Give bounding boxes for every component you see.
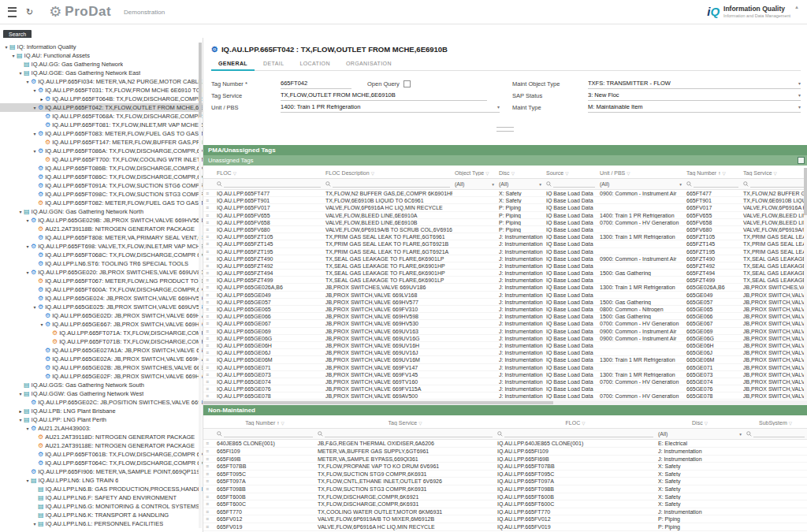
- filter-icon[interactable]: ▽: [418, 421, 422, 426]
- tree-item[interactable]: ⚙IQ.AU.LPP.665FT091A: TX,FLOW,SUCTION ST…: [0, 181, 203, 190]
- filter-tag-number-input[interactable]: [214, 430, 315, 437]
- table-row[interactable]: ≡ IQ.AU.LPP.665GE078 JB,PROX SWITCH,VALV…: [203, 392, 807, 400]
- drag-handle-icon[interactable]: ≡: [206, 263, 209, 269]
- tree-scrollbar-thumb[interactable]: [199, 43, 202, 117]
- drag-handle-icon[interactable]: ≡: [206, 372, 209, 378]
- tree-item[interactable]: ▾▤IQ.AU.LPP.LN6.L: PERSONNEL FACILITIES: [0, 519, 203, 528]
- filter-icon[interactable]: ▽: [627, 171, 630, 176]
- tree-item[interactable]: ⚙IQ.AU.LPP.LN6.ST6: TOOLING TR6 SPECIAL …: [0, 259, 203, 268]
- tree-item[interactable]: ▤IQ.AU.LPP.LN6.F: SAFETY AND ENVIRONMENT: [0, 493, 203, 502]
- collapse-arrow-icon[interactable]: ▾: [32, 521, 38, 526]
- filter-icon[interactable]: ▽: [705, 421, 708, 426]
- tree-item[interactable]: ▾⚙IQ.AU.LPP.665GE667: JB,PROX SWITCH,VAL…: [0, 320, 203, 329]
- drag-handle-icon[interactable]: ≡: [206, 494, 209, 500]
- column-header-source[interactable]: Source▽: [544, 170, 597, 176]
- filter-floc-input[interactable]: [214, 180, 323, 188]
- tree-item[interactable]: ▤IQ.AU.LPP.LN6.G: MONITORING & CONTROL S…: [0, 502, 203, 511]
- tree-item[interactable]: ▤IQ.AU.GG: Gas Gathering Network: [0, 60, 203, 69]
- drag-handle-icon[interactable]: ≡: [206, 234, 209, 240]
- collapse-arrow-icon[interactable]: ▾: [24, 270, 31, 275]
- tree-item[interactable]: ▸▤IQ.AU.LPB: LNG Plant Brisbane: [0, 407, 203, 415]
- drag-handle-icon[interactable]: ≡: [206, 307, 209, 312]
- collapse-arrow-icon[interactable]: ▾: [32, 148, 38, 154]
- vertical-scrollbar[interactable]: [804, 168, 807, 399]
- drag-handle-icon[interactable]: ≡: [206, 478, 209, 484]
- drag-handle-icon[interactable]: ≡: [206, 350, 209, 355]
- table-row[interactable]: ≡ IQ.AU.LPP.665GE071 JB,PROX SWITCH,VALV…: [203, 364, 807, 371]
- tree-item[interactable]: ⚙IQ.AU.LPP.665FT086C: TX,FLOW,DISCHARGE,…: [0, 173, 203, 181]
- tag-service-input[interactable]: TX,FLOW,OUTLET FROM MCHE,6E6910B: [281, 91, 487, 101]
- table-row[interactable]: ≡ IQ.AU.LPP.665GE076 JB,PROX SWITCH,VALV…: [203, 385, 807, 392]
- tree-item[interactable]: ⚙IQ.AU.LPP.665FT068C: TX,FLOW,DISCHARGE,…: [0, 251, 203, 259]
- tab-location[interactable]: LOCATION: [292, 58, 337, 70]
- tree-item[interactable]: ⚙AU21.2AT39118D: NITROGEN GENERATOR PACK…: [0, 433, 203, 441]
- column-header-floc-description[interactable]: FLOC Description▽: [323, 170, 452, 176]
- drag-handle-icon[interactable]: ≡: [206, 471, 209, 477]
- filter-subsystem-input[interactable]: [744, 430, 807, 437]
- tree-item[interactable]: ▸⚙IQ.AU.LPP.665FT064B: TX,FLOW,DISCHARGE…: [0, 95, 203, 103]
- table-row[interactable]: ≡ 640JE865 CLONE(001) JB,F&G,REGEN THERM…: [203, 440, 807, 448]
- horizontal-scrollbar-thumb[interactable]: [203, 401, 553, 404]
- drag-handle-icon[interactable]: ≡: [206, 314, 209, 319]
- collapse-arrow-icon[interactable]: ▾: [24, 79, 31, 84]
- filter-icon[interactable]: ▽: [281, 421, 284, 426]
- table-row[interactable]: ≡ IQ.AU.LPP.665FZT499 TX,SEAL GAS LEAKAG…: [203, 277, 807, 284]
- table-row[interactable]: ≡ IQ.AU.LPP.665GE057 JB,PROX SWITCH,VALV…: [203, 299, 807, 306]
- table-row[interactable]: ≡ 665FT095C TX,FLOW,SUCTION STG9 COMPR,6…: [203, 471, 807, 478]
- drag-handle-icon[interactable]: ≡: [206, 365, 209, 370]
- drag-handle-icon[interactable]: ≡: [206, 292, 209, 298]
- tree-item[interactable]: ▾⚙IQ.AU.LPP.665FT086A: TX,FLOW,DISCHARGE…: [0, 147, 203, 155]
- horizontal-scrollbar[interactable]: [203, 400, 807, 405]
- tree-item[interactable]: ▾⚙AU21.2LAH439003:: [0, 424, 203, 433]
- drag-handle-icon[interactable]: ≡: [206, 357, 209, 363]
- drag-handle-icon[interactable]: ≡: [206, 393, 209, 399]
- table-row[interactable]: ≡ IQ.AU.LPP.665GE06G JB,PROX SWITCH,VALV…: [203, 335, 807, 342]
- table-row[interactable]: ≡ IQ.AU.LPP.665GE026A,B6 JB,PROX SWITCHE…: [203, 284, 807, 291]
- tree-item[interactable]: ⚙IQ.AU.LPP.665FT081: TX,FLOW,INLET,MR VA…: [0, 121, 203, 129]
- collapse-arrow-icon[interactable]: ▾: [17, 70, 24, 76]
- tree-item[interactable]: ▾⚙IQ.AU.LPP.665GE029B: JB,PROX SWITCH,VA…: [0, 216, 203, 225]
- collapse-arrow-icon[interactable]: ▾: [32, 131, 38, 136]
- table-row[interactable]: ≡ IQ.AU.LPP.665GE066 JB,PROX SWITCH,VALV…: [203, 313, 807, 320]
- splitter-grip-icon[interactable]: [496, 127, 514, 132]
- drag-handle-icon[interactable]: ≡: [206, 501, 209, 507]
- column-header-tag-service[interactable]: Tag Service▽: [741, 170, 807, 176]
- drag-handle-icon[interactable]: ≡: [206, 321, 209, 326]
- tree-item[interactable]: ▾⚙IQ.AU.LPP.665FT083: METER,FLOW,FUEL GA…: [0, 129, 203, 138]
- unit-pbs-select[interactable]: 1400: Train 1 PR Refrigeration▾: [281, 102, 500, 113]
- table-row[interactable]: ≡ IQ.AU.LPP.665FV655 VALVE,FLOW,BLEED LI…: [203, 212, 807, 219]
- drag-handle-icon[interactable]: ≡: [206, 448, 209, 454]
- table-row[interactable]: ≡ 665FT07BB TX,FLOW,PROPANE VAP TO KO DR…: [203, 463, 807, 471]
- tree-item[interactable]: ▾⚙IQ.AU.LPP.665FI034: METER,VA,N2 PURGE,…: [0, 77, 203, 86]
- collapse-arrow-icon[interactable]: ▾: [39, 322, 45, 327]
- drag-handle-icon[interactable]: ≡: [206, 241, 209, 247]
- filter-disc-select[interactable]: (All)▾: [496, 181, 544, 187]
- table-row[interactable]: ≡ IQ.AU.LPP.665GE069 JB,PROX SWITCH,VALV…: [203, 328, 807, 335]
- table-row[interactable]: ≡ IQ.AU.LPP.665FV680 VALVE,FLOW,6P6919A/…: [203, 226, 807, 233]
- drag-handle-icon[interactable]: ≡: [206, 205, 209, 210]
- tree-item[interactable]: ▾▤IQ: Information Quality: [0, 43, 203, 51]
- tree-item[interactable]: ⚙IQ.AU.LPP.665GE02D: JB,PROX SWITCH,VALV…: [0, 311, 203, 320]
- filter-floc-description-input[interactable]: [323, 180, 452, 188]
- tree-item[interactable]: ⚙AU21.2AT39118E: NITROGEN GENERATOR PACK…: [0, 441, 203, 450]
- filter-disc-select[interactable]: (All)▾: [656, 431, 744, 437]
- tree-item[interactable]: ⚙IQ.AU.LPP.665FT808: METER,VA,PRIMARY SE…: [0, 233, 203, 242]
- filter-icon[interactable]: ▽: [565, 171, 568, 176]
- tree-item[interactable]: ⚙IQ.AU.LPP.665GE02C: JB,POSITION SWITCHE…: [0, 398, 203, 407]
- sap-status-select[interactable]: 3: New Floc▾: [588, 91, 801, 101]
- tree-item[interactable]: ⚙IQ.AU.LPP.665GE02B: JB,PROX SWITCHES,VA…: [0, 363, 203, 372]
- drag-handle-icon[interactable]: ≡: [206, 456, 209, 462]
- pane-splitter[interactable]: [203, 113, 807, 145]
- tree-item[interactable]: ⚙IQ.AU.LPP.665FT061B: TX,FLOW,DISCHARGE,…: [0, 450, 203, 459]
- collapse-arrow-icon[interactable]: ▾: [32, 304, 38, 310]
- filter-floc-input[interactable]: [495, 430, 656, 437]
- tree-item[interactable]: ▾⚙IQ.AU.LPP.665FT042: TX,FLOW,OUTLET FRO…: [0, 103, 203, 112]
- tree-item[interactable]: ▤IQ.AU.GGS: Gas Gathering Network South: [0, 381, 203, 389]
- tree-scrollbar[interactable]: [199, 43, 202, 528]
- table-row[interactable]: ≡ 665FT600B TX,FLOW,DISCHARGE,COMPR,6K69…: [203, 493, 807, 501]
- expand-arrow-icon[interactable]: ▸: [17, 408, 24, 414]
- table-row[interactable]: ≡ IQ.AU.LPP.665FZT494 TX,SEAL GAS LEAKAG…: [203, 270, 807, 277]
- table-row[interactable]: ≡ IQ.AU.LPP.665FZT105 TX,PRIM GAS SEAL L…: [203, 233, 807, 240]
- tree-item[interactable]: ⚙IQ.AU.LPP.665GE02F: JB,PROX SWITCH,VALV…: [0, 372, 203, 381]
- table-row[interactable]: ≡ IQ.AU.LPP.665GE065 JB,PROX SWITCH,VALV…: [203, 306, 807, 313]
